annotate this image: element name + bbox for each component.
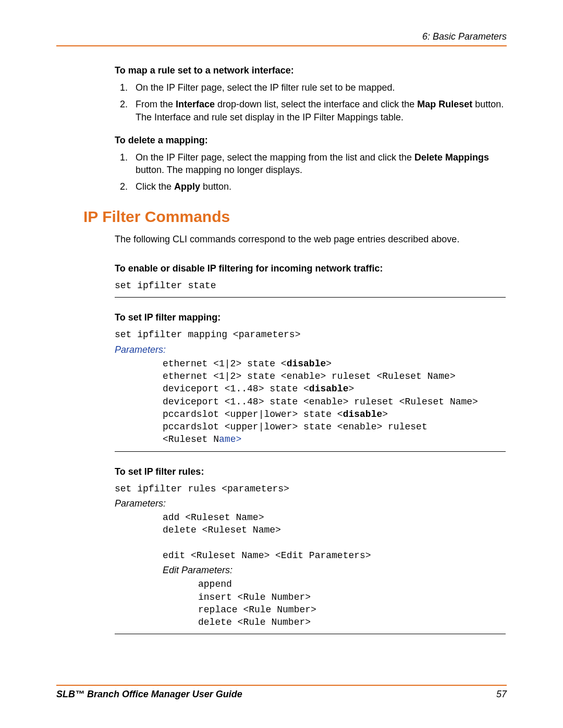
text: drop-down list, select the interface and… xyxy=(215,99,417,109)
cmd-title: To enable or disable IP filtering for in… xyxy=(115,263,506,274)
text: <Ruleset N xyxy=(163,434,219,445)
bold: Apply xyxy=(174,181,200,192)
map-step-2: From the Interface drop-down list, selec… xyxy=(130,98,506,124)
intro-paragraph: The following CLI commands correspond to… xyxy=(115,233,506,245)
param-line: edit <Ruleset Name> <Edit Parameters> xyxy=(163,549,506,562)
bold: Map Ruleset xyxy=(417,99,472,109)
cmd-block-enable: To enable or disable IP filtering for in… xyxy=(115,263,506,298)
cmd-text: set ipfilter mapping <parameters> xyxy=(115,328,506,341)
text-blue: ame> xyxy=(219,434,241,445)
footer-title: SLB™ Branch Office Manager User Guide xyxy=(56,689,242,700)
delete-step-2: Click the Apply button. xyxy=(130,180,506,193)
chapter-header: 6: Basic Parameters xyxy=(56,31,507,42)
text: pccardslot <upper|lower> state < xyxy=(163,409,343,419)
param-line: ethernet <1|2> state <enable> ruleset <R… xyxy=(163,370,506,382)
top-rule xyxy=(56,45,507,46)
bold: Interface xyxy=(176,99,215,109)
text: > xyxy=(326,359,332,369)
page-number: 57 xyxy=(496,689,507,700)
bold: Delete Mappings xyxy=(414,152,489,163)
text: ethernet <1|2> state < xyxy=(163,359,287,369)
divider xyxy=(115,451,506,452)
text: button. The mapping no longer displays. xyxy=(136,165,302,175)
edit-param-line: delete <Rule Number> xyxy=(198,616,506,628)
edit-params-label: Edit Parameters: xyxy=(163,565,506,576)
param-line: ethernet <1|2> state <disable> xyxy=(163,357,506,370)
delete-heading: To delete a mapping: xyxy=(115,135,506,146)
footer-row: SLB™ Branch Office Manager User Guide 57 xyxy=(56,689,507,700)
divider xyxy=(115,634,506,634)
text: From the xyxy=(136,99,176,109)
param-line xyxy=(163,537,506,549)
delete-steps: On the IP Filter page, select the mappin… xyxy=(115,151,506,193)
param-line: deviceport <1..48> state <enable> rulese… xyxy=(163,396,506,408)
map-heading: To map a rule set to a network interface… xyxy=(115,65,506,76)
cmd-block-rules: To set IP filter rules: set ipfilter rul… xyxy=(115,466,506,635)
text: On the IP Filter page, select the mappin… xyxy=(136,152,414,163)
param-line: add <Ruleset Name> xyxy=(163,511,506,524)
section-title-ip-filter-commands: IP Filter Commands xyxy=(83,208,506,226)
param-line: pccardslot <upper|lower> state <disable> xyxy=(163,408,506,421)
bold: disable xyxy=(343,409,383,419)
divider xyxy=(115,297,506,298)
param-line: deviceport <1..48> state <disable> xyxy=(163,382,506,395)
edit-param-line: replace <Rule Number> xyxy=(198,603,506,616)
page: 6: Basic Parameters To map a rule set to… xyxy=(0,0,563,728)
text: Click the xyxy=(136,181,174,192)
cmd-text: set ipfilter state xyxy=(115,279,506,292)
text: > xyxy=(382,409,388,419)
cmd-text: set ipfilter rules <parameters> xyxy=(115,483,506,495)
text: button. xyxy=(200,181,231,192)
cmd-title: To set IP filter mapping: xyxy=(115,312,506,323)
text: > xyxy=(348,384,354,394)
footer: SLB™ Branch Office Manager User Guide 57 xyxy=(56,685,507,700)
params-label: Parameters: xyxy=(115,498,506,509)
params-label: Parameters: xyxy=(115,344,506,355)
content-block: To map a rule set to a network interface… xyxy=(115,65,506,634)
edit-param-line: append xyxy=(198,578,506,590)
bold: disable xyxy=(287,359,326,369)
param-line: <Ruleset Name> xyxy=(163,433,506,446)
param-line: delete <Ruleset Name> xyxy=(163,524,506,536)
bottom-rule xyxy=(56,685,507,686)
text: deviceport <1..48> state < xyxy=(163,384,309,394)
edit-param-line: insert <Rule Number> xyxy=(198,591,506,603)
map-steps: On the IP Filter page, select the IP fil… xyxy=(115,81,506,124)
cmd-block-mapping: To set IP filter mapping: set ipfilter m… xyxy=(115,312,506,451)
cmd-title: To set IP filter rules: xyxy=(115,466,506,477)
bold: disable xyxy=(309,384,349,394)
delete-step-1: On the IP Filter page, select the mappin… xyxy=(130,151,506,177)
map-step-1: On the IP Filter page, select the IP fil… xyxy=(130,81,506,94)
param-line: pccardslot <upper|lower> state <enable> … xyxy=(163,421,506,433)
